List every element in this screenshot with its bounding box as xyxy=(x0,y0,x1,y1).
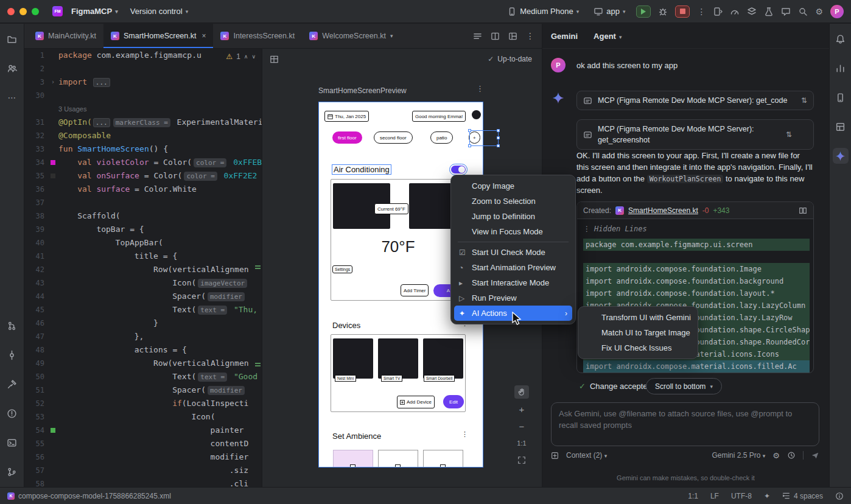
menu-item[interactable]: Fix UI Check Issues xyxy=(581,340,695,355)
menu-item[interactable]: ▷Run Preview xyxy=(454,290,572,306)
debug-button[interactable] xyxy=(658,7,668,16)
ac-toggle[interactable] xyxy=(451,166,466,173)
menu-item[interactable]: ▸Start Interactive Mode xyxy=(454,275,572,290)
menu-item[interactable]: Transform UI with Gemini xyxy=(581,310,695,325)
tool-call-get-code[interactable]: MCP (Figma Remote Dev Mode MCP Server): … xyxy=(576,91,814,110)
tab-mainactivity[interactable]: K MainActivity.kt xyxy=(28,24,103,48)
edit-devices-button[interactable]: Edit xyxy=(443,395,464,408)
expand-chevron-icon[interactable]: ⇅ xyxy=(801,96,807,105)
open-diff-icon[interactable] xyxy=(799,206,807,215)
zoom-to-fit-icon[interactable] xyxy=(514,453,529,467)
terminal-icon[interactable] xyxy=(4,435,20,450)
device-tile[interactable] xyxy=(378,338,418,379)
vcs-menu[interactable]: Version control▾ xyxy=(127,5,192,18)
status-indent[interactable]: 4 spaces xyxy=(782,492,823,500)
device-selector[interactable]: Medium Phone▾ xyxy=(503,5,583,18)
gemini-tool-icon[interactable] xyxy=(833,148,849,164)
status-info-icon[interactable] xyxy=(835,492,844,500)
inspections-widget[interactable]: ⚠ 1 ∧ ∨ xyxy=(223,52,258,61)
status-zoom[interactable]: 1:1 xyxy=(688,492,698,500)
settings-gear-icon[interactable]: ⚙ xyxy=(815,7,823,16)
code-view-icon[interactable] xyxy=(473,32,482,41)
running-devices-icon[interactable] xyxy=(713,7,723,16)
tests-icon[interactable] xyxy=(764,7,774,16)
created-file-link[interactable]: SmartHomeScreen.kt xyxy=(628,206,698,215)
device-tile[interactable] xyxy=(333,338,373,379)
app-inspection-icon[interactable] xyxy=(747,7,757,16)
menu-item[interactable]: View in Focus Mode xyxy=(454,224,572,239)
run-button[interactable] xyxy=(636,5,651,18)
more-tool-windows-icon[interactable]: ⋯ xyxy=(4,89,20,105)
zoom-window-icon[interactable] xyxy=(32,8,39,15)
project-selector[interactable]: FigmaMCP▾ xyxy=(68,5,122,18)
close-window-icon[interactable] xyxy=(7,8,15,15)
history-icon[interactable] xyxy=(787,451,796,460)
run-configuration-selector[interactable]: app▾ xyxy=(590,5,629,18)
status-file[interactable]: K compose-compose-model-1758866285245.xm… xyxy=(7,492,171,500)
filter-chip-second-floor[interactable]: second floor xyxy=(374,131,413,144)
add-device-button[interactable]: Add Device xyxy=(397,396,435,408)
search-everywhere-icon[interactable] xyxy=(798,7,808,16)
tab-gemini[interactable]: Gemini xyxy=(551,32,578,41)
menu-item[interactable]: Jump to Definition xyxy=(454,209,572,224)
ambience-more-icon[interactable]: ⋮ xyxy=(461,430,468,438)
minimize-window-icon[interactable] xyxy=(19,8,27,15)
send-icon[interactable] xyxy=(811,451,819,460)
resource-manager-icon[interactable] xyxy=(4,60,20,76)
menu-item[interactable]: Match UI to Target Image xyxy=(581,325,695,340)
menu-item[interactable]: Zoom to Selection xyxy=(454,194,572,209)
app-insights-icon[interactable] xyxy=(833,60,849,76)
tool-call-get-screenshot[interactable]: MCP (Figma Remote Dev Mode MCP Server): … xyxy=(576,119,814,150)
add-timer-button[interactable]: Add Timer xyxy=(401,284,429,296)
component-selection-box[interactable] xyxy=(469,130,499,146)
window-controls[interactable] xyxy=(7,8,39,15)
menu-item[interactable]: Copy Image xyxy=(454,178,572,194)
filter-chip-first-floor[interactable]: first floor xyxy=(332,131,362,144)
model-selector[interactable]: Gemini 2.5 Pro ▾ xyxy=(712,451,765,460)
gemini-status-icon[interactable]: ✦ xyxy=(764,492,770,500)
status-line-ending[interactable]: LF xyxy=(710,492,719,500)
next-issue-icon[interactable]: ∨ xyxy=(251,54,256,60)
menu-item[interactable]: ◔Start Animation Preview xyxy=(454,260,572,275)
status-encoding[interactable]: UTF-8 xyxy=(731,492,752,500)
problems-icon[interactable] xyxy=(4,405,20,421)
close-tab-icon[interactable]: × xyxy=(201,32,206,40)
layout-inspector-icon[interactable] xyxy=(833,119,849,135)
pan-hand-icon[interactable] xyxy=(514,385,529,399)
zoom-out-button[interactable]: − xyxy=(514,419,529,433)
device-explorer-icon[interactable] xyxy=(833,89,849,105)
filter-chip-patio[interactable]: patio xyxy=(430,131,453,144)
chat-settings-gear-icon[interactable]: ⚙ xyxy=(772,452,780,460)
preview-name-label[interactable]: SmartHomeScreenPreview xyxy=(318,86,407,95)
user-profile-avatar[interactable]: P xyxy=(830,5,844,18)
code-editor[interactable]: 1package com.example.figmamcp.u23›import… xyxy=(24,49,262,487)
profiler-icon[interactable] xyxy=(730,7,740,16)
preview-more-icon[interactable]: ⋮ xyxy=(476,84,484,93)
tab-list-chevron-icon[interactable]: ▾ xyxy=(390,33,393,39)
tab-welcomescreen[interactable]: K WelcomeScreen.kt ▾ xyxy=(302,24,400,48)
pull-requests-icon[interactable] xyxy=(4,318,20,334)
design-view-icon[interactable] xyxy=(508,32,517,41)
build-icon[interactable] xyxy=(4,376,20,392)
stop-button[interactable] xyxy=(675,5,690,18)
tab-interestsscreen[interactable]: K InterestsScreen.kt xyxy=(213,24,302,48)
editor-more-icon[interactable]: ⋮ xyxy=(526,32,534,40)
tab-smarthomescreen[interactable]: K SmartHomeScreen.kt × xyxy=(103,24,214,48)
commit-icon[interactable] xyxy=(4,347,20,363)
chat-input[interactable]: Ask Gemini, use @filename to attach sour… xyxy=(551,402,819,446)
preview-grid-mode-icon[interactable] xyxy=(270,55,279,64)
tab-agent[interactable]: Agent▾ xyxy=(594,32,622,41)
version-control-icon[interactable] xyxy=(4,464,20,480)
zoom-in-button[interactable]: + xyxy=(514,402,529,416)
project-tool-icon[interactable] xyxy=(4,31,20,47)
notifications-icon[interactable] xyxy=(833,31,849,47)
prev-issue-icon[interactable]: ∧ xyxy=(244,54,248,60)
more-run-actions-button[interactable]: ⋮ xyxy=(697,7,706,16)
context-selector[interactable]: Context (2) ▾ xyxy=(566,451,607,460)
device-tile[interactable] xyxy=(423,338,463,379)
expand-chevron-icon[interactable]: ⇅ xyxy=(786,130,792,139)
scroll-to-bottom-button[interactable]: Scroll to bottom▾ xyxy=(646,378,722,394)
zoom-actual-size-button[interactable]: 1:1 xyxy=(514,436,529,450)
feedback-icon[interactable] xyxy=(781,7,791,16)
menu-item[interactable]: ☑Start UI Check Mode xyxy=(454,245,572,260)
